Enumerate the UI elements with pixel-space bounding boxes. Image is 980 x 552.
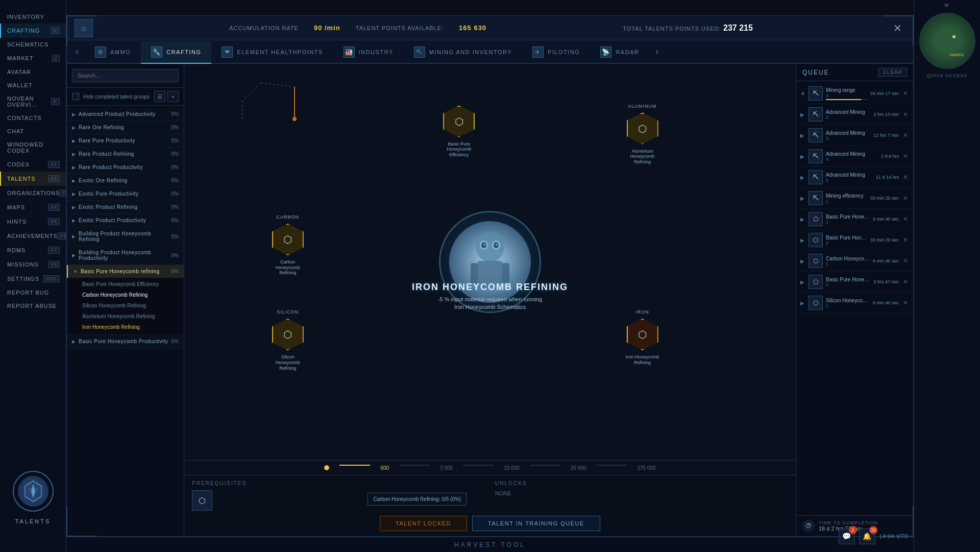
sub-item-basic-efficiency[interactable]: Basic Pure Honeycomb Efficiency bbox=[77, 279, 184, 290]
talent-group-header[interactable]: ▶ Rare Pure Productivity 0% bbox=[67, 134, 184, 147]
queue-item-close[interactable]: ✕ bbox=[902, 235, 909, 245]
queue-expand[interactable]: ▶ bbox=[800, 112, 805, 117]
queue-expand[interactable]: ▶ bbox=[800, 300, 805, 306]
sidebar-item-windowed-codex[interactable]: WINDOWED CODEX bbox=[0, 138, 66, 157]
list-panel: Hide completed talent groups ☰ + ▶ Advan… bbox=[67, 64, 184, 536]
sidebar-item-wallet[interactable]: WALLET bbox=[0, 79, 66, 92]
queue-expand[interactable]: ▶ bbox=[800, 217, 805, 222]
talent-group-header[interactable]: ▶ Exotic Product Productivity 0% bbox=[67, 214, 184, 227]
sidebar-item-crafting[interactable]: CRAFTING K bbox=[0, 23, 66, 38]
talent-group-header[interactable]: ▶ Advanced Product Productivity 0% bbox=[67, 108, 184, 121]
talent-group-header[interactable]: ▶ Exotic Pure Productivity 0% bbox=[67, 187, 184, 200]
sidebar-item-market[interactable]: MARKET J bbox=[0, 51, 66, 65]
talent-group-header[interactable]: ▶ Exotic Product Refining 0% bbox=[67, 201, 184, 213]
minimap[interactable]: HAVEN bbox=[919, 13, 975, 69]
sidebar-item-missions[interactable]: MISSIONS F8 bbox=[0, 257, 66, 272]
queue-item-icon: ⬡ bbox=[808, 254, 823, 268]
queue-item-close[interactable]: ✕ bbox=[902, 194, 909, 203]
queue-item: ▼ ⛏ Mining range 3 24 min 17 sec ✕ bbox=[796, 83, 913, 104]
tab-crafting[interactable]: 🔧 CRAFTING bbox=[141, 41, 211, 64]
prog-val-5: 375 000 bbox=[637, 465, 655, 471]
sidebar-item-organizations[interactable]: ORGANIZATIONS F3 bbox=[0, 186, 66, 200]
queue-item-close[interactable]: ✕ bbox=[902, 173, 909, 182]
talent-group-header[interactable]: ▶ Rare Ore Refining 0% bbox=[67, 121, 184, 134]
queue-item-close[interactable]: ✕ bbox=[902, 131, 909, 140]
queue-item-level: 2 bbox=[826, 115, 870, 120]
node-basic-pure[interactable]: ⬡ Basic PureHoneycombEfficiency bbox=[441, 104, 477, 158]
sidebar-item-codex[interactable]: CODEX F1 bbox=[0, 157, 66, 172]
talent-group-header[interactable]: ▶ Rare Product Refining 0% bbox=[67, 148, 184, 160]
sidebar-item-hints[interactable]: HINTS F5 bbox=[0, 214, 66, 229]
talent-group-header[interactable]: ▶ Rare Product Productivity 0% bbox=[67, 161, 184, 174]
sidebar-item-schematics[interactable]: SCHEMATICS bbox=[0, 38, 66, 51]
node-silicon[interactable]: SILICON ⬡ SiliconHoneycombRefining bbox=[270, 309, 306, 371]
talent-locked-button[interactable]: TALENT LOCKED bbox=[380, 516, 467, 531]
sub-item-iron-refining[interactable]: Iron Honeycomb Refining bbox=[77, 322, 184, 332]
tab-mining[interactable]: ⛏ MINING AND INVENTORY bbox=[404, 41, 522, 64]
queue-item-close[interactable]: ✕ bbox=[902, 214, 909, 224]
queue-item: ▶ ⬡ Basic Pure Honeycomb Efficiency 2 33… bbox=[796, 230, 913, 251]
tab-element-hp[interactable]: ❤ ELEMENT HEALTHPOINTS bbox=[211, 41, 333, 64]
search-input[interactable] bbox=[72, 69, 179, 82]
sub-item-silicon-refining[interactable]: Silicon Honeycomb Refining bbox=[77, 300, 184, 311]
talent-queue-button[interactable]: TALENT IN TRAINING QUEUE bbox=[472, 516, 600, 531]
filter-icon-btn-1[interactable]: ☰ bbox=[154, 91, 165, 102]
filter-bar: Hide completed talent groups ☰ + bbox=[67, 88, 184, 106]
group-name: Basic Pure Honeycomb Productivity bbox=[79, 339, 172, 344]
queue-item-close[interactable]: ✕ bbox=[902, 89, 909, 98]
talent-group-advanced-product: ▶ Advanced Product Productivity 0% bbox=[67, 108, 184, 121]
node-iron[interactable]: IRON ⬡ Iron HoneycombRefining bbox=[625, 309, 660, 366]
clear-button[interactable]: CLEAR bbox=[878, 68, 907, 77]
sub-item-aluminium-refining[interactable]: Aluminium Honeycomb Refining bbox=[77, 311, 184, 322]
queue-expand[interactable]: ▼ bbox=[800, 91, 805, 97]
talent-group-header[interactable]: ▶ Basic Pure Honeycomb Productivity 0% bbox=[67, 335, 184, 348]
queue-item-close[interactable]: ✕ bbox=[902, 298, 909, 307]
queue-item-close[interactable]: ✕ bbox=[902, 110, 909, 119]
talent-group-header[interactable]: ▶ Building Product Honeycomb Productivit… bbox=[67, 246, 184, 265]
sidebar-item-chat[interactable]: CHAT bbox=[0, 125, 66, 138]
talent-group-header[interactable]: ▶ Exotic Ore Refining 0% bbox=[67, 174, 184, 187]
queue-expand[interactable]: ▶ bbox=[800, 154, 805, 159]
sidebar-item-talents[interactable]: TALENTS F2 bbox=[0, 172, 66, 186]
sidebar-item-report-abuse[interactable]: REPORT ABUSE bbox=[0, 299, 66, 313]
sidebar-item-avatar[interactable]: AVATAR bbox=[0, 65, 66, 79]
queue-item-close[interactable]: ✕ bbox=[902, 277, 909, 286]
talent-group-header[interactable]: ▶ Building Product Honeycomb Refining 0% bbox=[67, 227, 184, 246]
queue-item-icon: ⛏ bbox=[808, 191, 823, 205]
queue-expand[interactable]: ▶ bbox=[800, 196, 805, 201]
sidebar-item-inventory[interactable]: INVENTORY bbox=[0, 10, 66, 23]
filter-icon-btn-2[interactable]: + bbox=[167, 91, 179, 102]
group-pct: 0% bbox=[172, 178, 179, 183]
sidebar-item-novean[interactable]: NOVEAN OVERVI... P bbox=[0, 92, 66, 111]
tab-radar[interactable]: 📡 RADAR bbox=[590, 41, 649, 64]
node-carbon[interactable]: CARBON ⬡ CarbonHoneycombRefining bbox=[270, 214, 306, 276]
talent-list: ▶ Advanced Product Productivity 0% ▶ Rar… bbox=[67, 106, 184, 536]
queue-expand[interactable]: ▶ bbox=[800, 133, 805, 138]
tab-next-button[interactable]: › bbox=[649, 40, 665, 63]
sidebar-item-rdms[interactable]: RDMS F7 bbox=[0, 243, 66, 257]
sub-item-carbon-refining[interactable]: Carbon Honeycomb Refining bbox=[77, 290, 184, 300]
talent-group-building-refining: ▶ Building Product Honeycomb Refining 0% bbox=[67, 227, 184, 246]
silicon-label: SILICON bbox=[277, 309, 299, 315]
tab-industry[interactable]: 🏭 INDUSTRY bbox=[333, 41, 404, 64]
tab-piloting[interactable]: ✈ PILOTING bbox=[522, 41, 590, 64]
queue-expand[interactable]: ▶ bbox=[800, 279, 805, 285]
sidebar-item-settings[interactable]: SETTINGS ESC bbox=[0, 272, 66, 286]
talent-group-header-active[interactable]: ▼ Basic Pure Honeycomb refining 0% bbox=[67, 265, 184, 278]
prog-dot-1 bbox=[324, 465, 329, 470]
queue-item: ▶ ⬡ Carbon Honeycomb Refining 1 6 min 40… bbox=[796, 251, 913, 272]
queue-expand[interactable]: ▶ bbox=[800, 175, 805, 180]
queue-item-icon: ⬡ bbox=[808, 296, 823, 310]
hide-completed-checkbox[interactable] bbox=[72, 93, 79, 100]
queue-item-close[interactable]: ✕ bbox=[902, 256, 909, 266]
sidebar-item-achievements[interactable]: ACHIEVEMENTS F6 bbox=[0, 229, 66, 243]
sidebar-item-report-bug[interactable]: REPORT BUG bbox=[0, 286, 66, 299]
sidebar-item-maps[interactable]: MAPS F4 bbox=[0, 200, 66, 214]
queue-item-close[interactable]: ✕ bbox=[902, 152, 909, 161]
group-arrow: ▶ bbox=[72, 178, 76, 183]
queue-expand[interactable]: ▶ bbox=[800, 258, 805, 264]
node-aluminium[interactable]: ALUMINUM ⬡ AluminiumHoneycombRefining bbox=[625, 104, 660, 165]
queue-item-icon: ⛏ bbox=[808, 86, 823, 101]
sidebar-item-contacts[interactable]: CONTACTS bbox=[0, 111, 66, 125]
queue-expand[interactable]: ▶ bbox=[800, 237, 805, 243]
